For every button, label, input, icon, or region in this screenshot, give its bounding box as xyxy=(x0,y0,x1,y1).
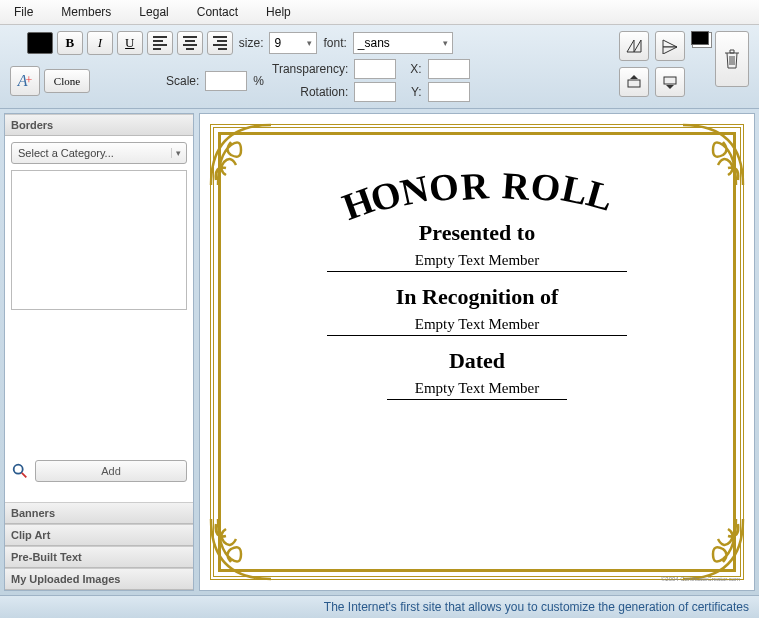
trash-icon xyxy=(722,48,742,70)
x-label: X: xyxy=(408,62,423,76)
transparency-label: Transparency: xyxy=(270,62,350,76)
send-backward-button[interactable] xyxy=(655,67,685,97)
y-label: Y: xyxy=(409,85,424,99)
x-input[interactable] xyxy=(428,59,470,79)
flip-h-button[interactable] xyxy=(619,31,649,61)
underline-button[interactable]: U xyxy=(117,31,143,55)
bring-forward-button[interactable] xyxy=(619,67,649,97)
scale-input[interactable] xyxy=(205,71,247,91)
layer-up-icon xyxy=(625,74,643,90)
y-input[interactable] xyxy=(428,82,470,102)
menu-contact[interactable]: Contact xyxy=(183,2,252,22)
cert-presented-to[interactable]: Presented to xyxy=(419,220,535,246)
add-button[interactable]: Add xyxy=(35,460,187,482)
size-select[interactable]: 9 xyxy=(269,32,317,54)
font-label: font: xyxy=(321,36,348,50)
cert-reason-field[interactable]: Empty Text Member xyxy=(327,316,627,336)
zoom-icon[interactable] xyxy=(11,462,29,480)
delete-button[interactable] xyxy=(715,31,749,87)
canvas[interactable]: HONOR ROLL Presented to Empty Text Membe… xyxy=(199,113,755,591)
clone-button[interactable]: Clone xyxy=(44,69,90,93)
menu-legal[interactable]: Legal xyxy=(125,2,182,22)
menu-help[interactable]: Help xyxy=(252,2,305,22)
menu-members[interactable]: Members xyxy=(47,2,125,22)
svg-rect-0 xyxy=(628,80,640,87)
text-style-button[interactable]: A+ xyxy=(10,66,40,96)
align-right-button[interactable] xyxy=(207,31,233,55)
menubar: File Members Legal Contact Help xyxy=(0,0,759,25)
cert-recognition[interactable]: In Recognition of xyxy=(396,284,559,310)
transparency-input[interactable] xyxy=(354,59,396,79)
font-select[interactable]: _sans xyxy=(353,32,453,54)
accordion-banners[interactable]: Banners xyxy=(5,502,193,524)
watermark: ©2004 CertificateCreator.com xyxy=(661,576,740,582)
border-listbox[interactable] xyxy=(11,170,187,310)
svg-point-2 xyxy=(14,465,23,474)
align-center-button[interactable] xyxy=(177,31,203,55)
flip-v-icon xyxy=(661,38,679,54)
accordion-clipart[interactable]: Clip Art xyxy=(5,524,193,546)
accordion-borders[interactable]: Borders xyxy=(5,114,193,136)
cert-title[interactable]: HONOR ROLL xyxy=(337,164,618,208)
size-label: size: xyxy=(237,36,266,50)
footer: The Internet's first site that allows yo… xyxy=(0,595,759,618)
cert-dated[interactable]: Dated xyxy=(449,348,505,374)
bg-color-swatch[interactable] xyxy=(691,31,709,45)
bold-button[interactable]: B xyxy=(57,31,83,55)
toolbar: B I U size: 9 font: _sans A+ Clone Scale… xyxy=(0,25,759,109)
certificate[interactable]: HONOR ROLL Presented to Empty Text Membe… xyxy=(199,113,755,591)
borders-panel: Select a Category... Add xyxy=(5,136,193,502)
cert-date-field[interactable]: Empty Text Member xyxy=(387,380,567,400)
flip-v-button[interactable] xyxy=(655,31,685,61)
category-select[interactable]: Select a Category... xyxy=(11,142,187,164)
accordion-uploaded[interactable]: My Uploaded Images xyxy=(5,568,193,590)
align-left-button[interactable] xyxy=(147,31,173,55)
scale-label: Scale: xyxy=(164,74,201,88)
accordion-prebuilt[interactable]: Pre-Built Text xyxy=(5,546,193,568)
rotation-label: Rotation: xyxy=(298,85,350,99)
svg-rect-1 xyxy=(664,77,676,84)
menu-file[interactable]: File xyxy=(0,2,47,22)
scale-unit: % xyxy=(251,74,266,88)
rotation-input[interactable] xyxy=(354,82,396,102)
italic-button[interactable]: I xyxy=(87,31,113,55)
cert-name-field[interactable]: Empty Text Member xyxy=(327,252,627,272)
text-color-swatch[interactable] xyxy=(27,32,53,54)
sidebar: Borders Select a Category... Add Banners… xyxy=(4,113,194,591)
flip-h-icon xyxy=(625,38,643,54)
layer-down-icon xyxy=(661,74,679,90)
